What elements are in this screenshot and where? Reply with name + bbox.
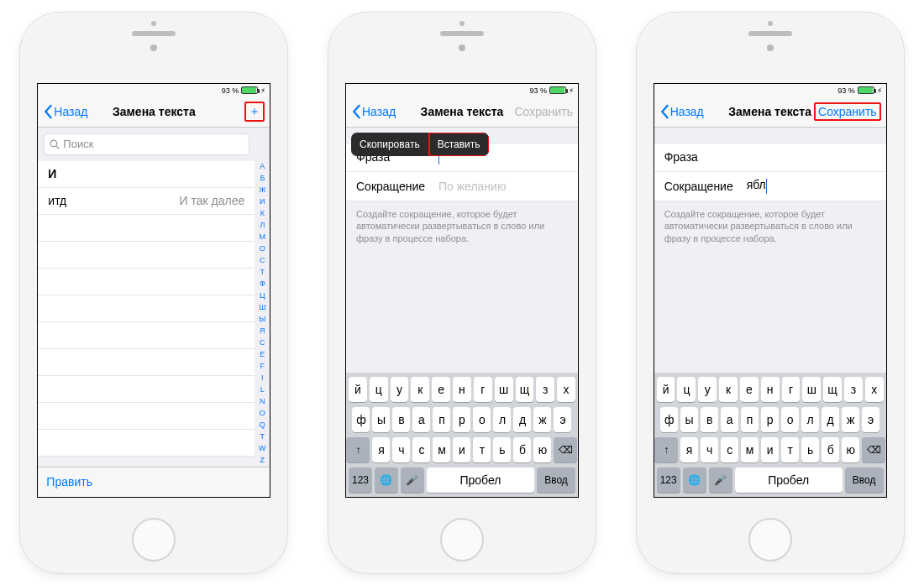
list-item[interactable]: итд И так далее: [38, 188, 255, 215]
backspace-key[interactable]: ⌫: [554, 437, 577, 462]
key[interactable]: а: [721, 407, 738, 432]
mic-key[interactable]: 🎤: [709, 467, 732, 493]
home-button[interactable]: [440, 518, 484, 561]
key[interactable]: с: [721, 437, 738, 462]
paste-action[interactable]: Вставить: [429, 133, 489, 156]
key[interactable]: а: [412, 407, 430, 432]
key[interactable]: з: [844, 377, 863, 402]
index-letter[interactable]: А: [256, 163, 268, 170]
index-letter[interactable]: W: [256, 445, 268, 452]
key[interactable]: ю: [842, 437, 859, 462]
shift-key[interactable]: ↑: [654, 437, 678, 462]
key[interactable]: т: [473, 437, 491, 462]
key[interactable]: щ: [823, 377, 842, 402]
index-letter[interactable]: О: [256, 410, 268, 417]
key[interactable]: й: [349, 377, 367, 402]
key[interactable]: ю: [533, 437, 551, 462]
index-letter[interactable]: F: [256, 363, 268, 370]
index-letter[interactable]: Ы: [256, 316, 268, 323]
key[interactable]: р: [761, 407, 779, 432]
alpha-index[interactable]: АБЖИКЛМОСТФЦШЫЯСЕFILNОQТWZ#: [256, 163, 268, 468]
key[interactable]: ь: [801, 437, 819, 462]
key[interactable]: е: [432, 377, 450, 402]
index-letter[interactable]: С: [256, 257, 268, 264]
key[interactable]: о: [781, 407, 799, 432]
key[interactable]: м: [433, 437, 450, 462]
key[interactable]: р: [453, 407, 470, 432]
shortcut-field[interactable]: Сокращение ябл: [654, 172, 886, 201]
index-letter[interactable]: С: [256, 339, 268, 347]
key[interactable]: л: [493, 407, 511, 432]
index-letter[interactable]: Е: [256, 351, 268, 358]
key[interactable]: ш: [495, 377, 513, 402]
key[interactable]: й: [657, 377, 675, 402]
key[interactable]: ч: [392, 437, 410, 462]
key[interactable]: в: [392, 407, 410, 432]
key[interactable]: у: [698, 377, 717, 402]
index-letter[interactable]: Ж: [256, 186, 268, 194]
index-letter[interactable]: Т: [256, 433, 268, 441]
index-letter[interactable]: Ц: [256, 292, 268, 300]
index-letter[interactable]: L: [256, 386, 268, 394]
home-button[interactable]: [748, 518, 792, 561]
key[interactable]: л: [801, 407, 819, 432]
copy-action[interactable]: Скопировать: [351, 133, 429, 156]
globe-key[interactable]: 🌐: [375, 467, 398, 493]
index-letter[interactable]: Ш: [256, 304, 268, 311]
index-letter[interactable]: Л: [256, 222, 268, 229]
key[interactable]: к: [719, 377, 738, 402]
num-key[interactable]: 123: [657, 467, 680, 493]
key[interactable]: ж: [533, 407, 551, 432]
key[interactable]: ы: [372, 407, 390, 432]
shift-key[interactable]: ↑: [346, 437, 370, 462]
key[interactable]: к: [411, 377, 429, 402]
key[interactable]: х: [557, 377, 575, 402]
shortcut-field[interactable]: Сокращение По желанию: [346, 172, 578, 201]
key[interactable]: и: [761, 437, 779, 462]
enter-key[interactable]: Ввод: [845, 467, 884, 493]
key[interactable]: х: [865, 377, 884, 402]
key[interactable]: я: [372, 437, 390, 462]
index-letter[interactable]: I: [256, 374, 268, 382]
key[interactable]: г: [474, 377, 492, 402]
key[interactable]: г: [782, 377, 801, 402]
enter-key[interactable]: Ввод: [537, 467, 575, 493]
key[interactable]: ш: [802, 377, 821, 402]
home-button[interactable]: [132, 518, 176, 561]
key[interactable]: в: [701, 407, 718, 432]
save-button[interactable]: Сохранить: [814, 102, 881, 121]
key[interactable]: у: [391, 377, 409, 402]
globe-key[interactable]: 🌐: [683, 467, 706, 493]
key[interactable]: ф: [352, 407, 370, 432]
add-button[interactable]: ＋: [244, 102, 265, 122]
key[interactable]: м: [741, 437, 759, 462]
index-letter[interactable]: Z: [256, 457, 268, 464]
index-letter[interactable]: М: [256, 233, 268, 241]
index-letter[interactable]: Я: [256, 327, 268, 335]
key[interactable]: я: [680, 437, 698, 462]
mic-key[interactable]: 🎤: [401, 467, 424, 493]
back-button[interactable]: Назад: [351, 104, 396, 119]
key[interactable]: п: [433, 407, 450, 432]
key[interactable]: з: [536, 377, 554, 402]
key[interactable]: ч: [701, 437, 718, 462]
search-input[interactable]: Поиск: [44, 133, 249, 155]
key[interactable]: и: [453, 437, 470, 462]
key[interactable]: ф: [660, 407, 678, 432]
key[interactable]: с: [412, 437, 430, 462]
edit-button[interactable]: Править: [46, 475, 92, 488]
key[interactable]: ь: [493, 437, 511, 462]
phrase-field[interactable]: Фраза: [654, 144, 886, 172]
backspace-key[interactable]: ⌫: [862, 437, 885, 462]
index-letter[interactable]: Ф: [256, 280, 268, 288]
num-key[interactable]: 123: [349, 467, 372, 493]
key[interactable]: ы: [680, 407, 698, 432]
key[interactable]: б: [822, 437, 839, 462]
space-key[interactable]: Пробел: [735, 467, 843, 493]
space-key[interactable]: Пробел: [427, 467, 534, 493]
key[interactable]: э: [862, 407, 879, 432]
key[interactable]: б: [513, 437, 531, 462]
key[interactable]: п: [741, 407, 759, 432]
index-letter[interactable]: О: [256, 245, 268, 253]
key[interactable]: д: [513, 407, 531, 432]
